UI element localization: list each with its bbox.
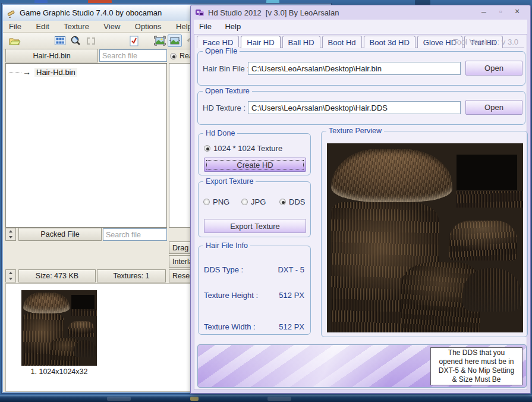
open-texture-group: Open Texture HD Texture : Open: [197, 91, 525, 125]
tool-version-label: Tool Version : v 3.0: [453, 37, 518, 46]
tree-item-hair-hd[interactable]: → Hair-Hd.bin: [10, 67, 166, 77]
note-line: DXT-5 & No Mip Setting: [431, 366, 522, 375]
texture-width-value: 512 PX: [279, 322, 304, 331]
tab-ball-hd[interactable]: Ball HD: [282, 36, 320, 48]
hair-file-info-legend: Hair File Info: [203, 241, 250, 250]
black-block: [457, 155, 517, 190]
fur-patch: [449, 221, 518, 260]
desktop: Game Graphic Studio 7.4.0 by obocaman Fi…: [0, 0, 532, 402]
note-line: opened here must be in: [431, 357, 522, 366]
bgw-menu-edit[interactable]: Edit: [30, 21, 55, 32]
validate-document-icon[interactable]: [127, 34, 141, 47]
taskbar-item[interactable]: [267, 397, 291, 401]
black-block: [71, 295, 95, 309]
texture-preview-group: Texture Perview: [321, 131, 528, 337]
fur-strip: [71, 309, 97, 316]
selection-brackets-icon[interactable]: [84, 34, 98, 47]
tree-connector: [10, 72, 21, 73]
dds-type-row: DDS Type : DXT - 5: [204, 265, 304, 274]
export-texture-legend: Export Texture: [203, 177, 256, 186]
tab-hair-hd[interactable]: Hair HD: [241, 36, 280, 48]
search-preview-icon[interactable]: [68, 34, 83, 47]
spinner-up-button[interactable]: [6, 228, 15, 234]
thumbnail-grid-icon[interactable]: [53, 34, 67, 47]
hd-texture-label: HD Texture :: [203, 103, 245, 112]
create-hd-button[interactable]: Create HD: [204, 158, 306, 172]
hd-texture-input[interactable]: [248, 101, 461, 114]
fur-patch: [74, 340, 96, 357]
open-texture-button-label: Open: [484, 103, 503, 112]
tree-arrow-icon: →: [23, 67, 31, 77]
image-view-icon[interactable]: [168, 34, 182, 47]
open-texture-button[interactable]: Open: [465, 100, 522, 115]
fur-patch: [68, 321, 95, 337]
size-status: Size: 473 KB: [18, 269, 96, 282]
spinner-up-button[interactable]: [6, 270, 15, 276]
bgw-menu-texture[interactable]: Texture: [58, 21, 95, 32]
open-file-group: Open File Hair Bin File : Open: [197, 51, 525, 86]
fgw-body: Face HD Hair HD Ball HD Boot Hd Boot 3d …: [194, 34, 527, 390]
file-tree-panel[interactable]: → Hair-Hd.bin: [5, 63, 167, 228]
taskbar-item[interactable]: [190, 397, 199, 401]
radio-icon: [204, 145, 210, 152]
dds-note: The DDS that you opened here must be in …: [430, 347, 522, 385]
bgw-window-title: Game Graphic Studio 7.4.0 by obocaman: [20, 8, 162, 17]
tab-boot-hd[interactable]: Boot Hd: [322, 36, 362, 48]
note-line: & Size Must Be: [431, 375, 522, 384]
fur-band: [331, 149, 453, 202]
fgw-menu-help[interactable]: Help: [219, 20, 246, 31]
tab-boot-3d-hd[interactable]: Boot 3d HD: [364, 36, 415, 48]
hair-file-info-group: Hair File Info DDS Type : DXT - 5 Textur…: [198, 246, 311, 335]
size-status-label: Size: 473 KB: [36, 272, 78, 280]
png-radio[interactable]: PNG: [203, 197, 229, 206]
maximize-button[interactable]: ▫: [495, 7, 506, 16]
desktop-icon: [415, 0, 430, 5]
fgw-menu-bar: File Help: [194, 20, 527, 34]
fgw-window-title: Hd Studio 2012 [v 3.0] By LeoArsalan: [208, 8, 339, 17]
bgw-menu-options[interactable]: Options: [129, 21, 168, 32]
note-line: The DDS that you: [431, 348, 522, 357]
png-radio-label: PNG: [213, 197, 229, 206]
open-folder-icon[interactable]: [8, 34, 22, 47]
open-bin-button-label: Open: [484, 64, 503, 73]
fur-strip: [457, 191, 523, 208]
create-hd-button-label: Create HD: [237, 161, 273, 169]
minimize-button[interactable]: –: [479, 7, 489, 16]
hd-done-legend: Hd Done: [203, 129, 237, 137]
fur-band: [23, 293, 70, 314]
jpg-radio[interactable]: JPG: [241, 197, 266, 206]
spinner-down-button[interactable]: [6, 234, 15, 240]
texture-size-radio[interactable]: 1024 * 1024 Texture: [204, 144, 282, 153]
close-button[interactable]: ×: [512, 7, 522, 16]
export-texture-button-label: Export Texture: [230, 222, 280, 231]
texture-thumbnail[interactable]: [21, 290, 97, 366]
down-arrow-icon: [9, 236, 12, 238]
open-texture-legend: Open Texture: [203, 87, 252, 95]
taskbar[interactable]: [0, 395, 532, 402]
packed-spinner: [5, 228, 16, 241]
spinner-down-button[interactable]: [6, 276, 15, 282]
texture-preview-image: [327, 143, 523, 332]
packed-file-button[interactable]: Packed File: [18, 228, 102, 241]
file-tab-button[interactable]: Hair-Hd.bin: [5, 49, 98, 62]
taskbar-item[interactable]: [107, 397, 131, 401]
fgw-title-bar[interactable]: Hd Studio 2012 [v 3.0] By LeoArsalan – ▫…: [194, 5, 527, 20]
tab-face-hd[interactable]: Face HD: [197, 36, 239, 48]
export-texture-button[interactable]: Export Texture: [204, 219, 306, 233]
up-arrow-icon: [9, 272, 12, 274]
file-tab-label: Hair-Hd.bin: [33, 52, 70, 60]
radio-icon: [279, 199, 286, 205]
texture-width-row: Texture Width : 512 PX: [204, 322, 304, 331]
bgw-menu-view[interactable]: View: [97, 21, 126, 32]
open-bin-button[interactable]: Open: [465, 61, 522, 76]
dds-radio[interactable]: DDS: [279, 197, 305, 206]
packed-search-input[interactable]: [103, 228, 167, 241]
bgw-menu-file[interactable]: File: [3, 21, 27, 32]
image-export-icon[interactable]: [153, 34, 167, 47]
hair-bin-file-input[interactable]: [248, 62, 461, 75]
dds-radio-label: DDS: [289, 197, 305, 206]
search-file-input[interactable]: [99, 49, 167, 62]
down-arrow-icon: [9, 278, 12, 280]
fgw-menu-file[interactable]: File: [194, 20, 217, 31]
texture-size-radio-label: 1024 * 1024 Texture: [213, 144, 282, 153]
